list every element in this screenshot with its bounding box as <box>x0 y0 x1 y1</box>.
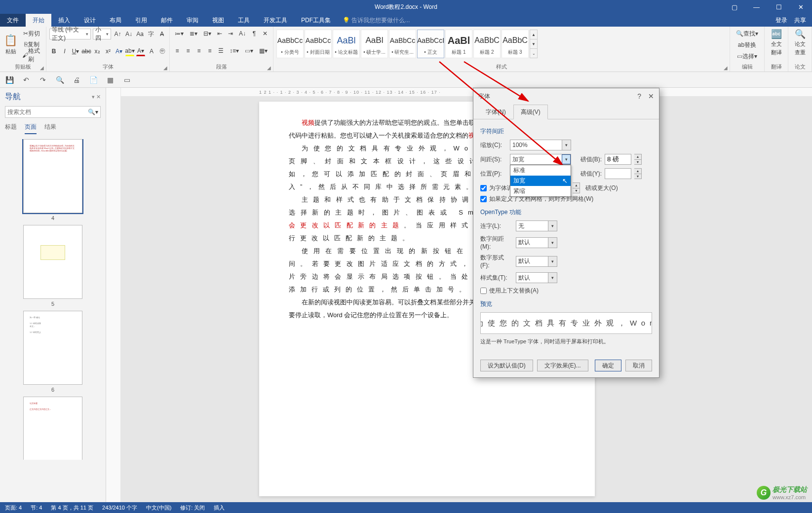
ribbon-options-icon[interactable]: ▢ <box>723 0 745 14</box>
tab-references[interactable]: 引用 <box>128 14 154 27</box>
style-item[interactable]: AaBl标题 1 <box>445 30 472 58</box>
close-button[interactable]: ✕ <box>790 0 812 14</box>
format-painter-button[interactable]: 🖌 格式刷 <box>20 50 43 60</box>
status-track[interactable]: 修订: 关闭 <box>180 504 205 512</box>
nav-tab-results[interactable]: 结果 <box>44 123 56 134</box>
shrink-font-icon[interactable]: A↓ <box>124 29 133 39</box>
clipboard-launcher-icon[interactable]: ◢ <box>40 65 44 71</box>
qat-icon[interactable]: 🖨 <box>71 74 82 85</box>
numbering-icon[interactable]: ≣▾ <box>188 29 199 38</box>
tab-file[interactable]: 文件 <box>0 14 26 27</box>
spacing-select[interactable]: 加宽▾ <box>510 154 571 165</box>
spin-down-icon[interactable]: ▼ <box>634 174 641 179</box>
nav-search[interactable]: 🔍▾ <box>5 106 101 118</box>
dialog-tab-font[interactable]: 字体(N) <box>478 105 513 119</box>
styleset-select[interactable]: 默认▾ <box>516 272 557 283</box>
style-item[interactable]: AaBbCc• 研究生... <box>389 30 416 58</box>
tab-developer[interactable]: 开发工具 <box>257 14 294 27</box>
status-language[interactable]: 中文(中国) <box>146 504 171 512</box>
spin-up-icon[interactable]: ▲ <box>634 154 641 160</box>
multilevel-icon[interactable]: ⊟▾ <box>201 29 213 38</box>
kerning-spin[interactable]: ▲▼ <box>573 183 580 193</box>
style-gallery[interactable]: AaBbCc• 分类号 AaBbCc• 封面日期 AaBl• 论文标题 AaBl… <box>276 29 727 58</box>
style-item[interactable]: AaBl• 论文标题 <box>333 30 360 58</box>
style-item[interactable]: AaBbCc• 封面日期 <box>305 30 332 58</box>
text-effects-button[interactable]: 文字效果(E)... <box>537 360 588 371</box>
paper-check-button[interactable]: 🔍 论文查重 <box>791 29 809 56</box>
paste-button[interactable]: 📋 粘贴 <box>3 29 18 60</box>
style-item[interactable]: AaBbCc• 分类号 <box>276 30 304 58</box>
tab-view[interactable]: 视图 <box>205 14 231 27</box>
dropdown-option-expanded[interactable]: 加宽↖ <box>510 176 571 186</box>
enclose-char-icon[interactable]: ㊥ <box>158 46 167 56</box>
dropdown-option-standard[interactable]: 标准 <box>510 165 571 176</box>
ligatures-select[interactable]: 无▾ <box>516 220 557 231</box>
minimize-button[interactable]: — <box>745 0 768 14</box>
style-item[interactable]: AaBbC标题 3 <box>502 30 529 58</box>
cut-button[interactable]: ✂ 剪切 <box>20 29 43 38</box>
font-color-icon[interactable]: A▾ <box>136 46 145 56</box>
status-insert[interactable]: 插入 <box>214 504 225 512</box>
decrease-indent-icon[interactable]: ⇤ <box>215 29 224 38</box>
save-icon[interactable]: 💾 <box>4 74 15 85</box>
tab-pdf[interactable]: PDF工具集 <box>294 14 338 27</box>
qat-icon[interactable]: 📄 <box>88 74 99 85</box>
distribute-icon[interactable]: ☰ <box>216 46 226 56</box>
numspace-select[interactable]: 默认▾ <box>516 237 557 248</box>
print-preview-icon[interactable]: 🔍 <box>54 74 65 85</box>
nav-search-input[interactable] <box>7 109 88 115</box>
bold-button[interactable]: B <box>49 46 58 56</box>
clear-format-icon[interactable]: A̶ <box>157 29 166 39</box>
page-thumbnail[interactable]: 论文标题正文内容正文内容正文... <box>23 397 82 460</box>
font-size-select[interactable]: 小四▾ <box>93 29 111 39</box>
share-button[interactable]: 共享 <box>794 16 806 25</box>
status-section[interactable]: 节: 4 <box>31 504 42 512</box>
text-direction-icon[interactable]: ✕ <box>261 29 270 38</box>
style-item[interactable]: AaBl• 硕士学... <box>361 30 388 58</box>
line-spacing-icon[interactable]: ↕≡▾ <box>228 46 241 56</box>
select-button[interactable]: ▭ 选择▾ <box>733 51 761 61</box>
spin-down-icon[interactable]: ▼ <box>634 160 641 165</box>
subscript-button[interactable]: x₂ <box>93 46 102 56</box>
status-page[interactable]: 页面: 4 <box>5 504 22 512</box>
align-left-icon[interactable]: ≡ <box>173 46 182 56</box>
strike-button[interactable]: abc <box>82 46 91 56</box>
spacing-by-spin[interactable]: ▲▼ <box>634 154 642 165</box>
sort-icon[interactable]: A↓ <box>237 29 248 38</box>
superscript-button[interactable]: x² <box>104 46 113 56</box>
find-button[interactable]: 🔍 查找▾ <box>733 29 761 38</box>
dialog-help-icon[interactable]: ? <box>637 92 641 100</box>
tab-review[interactable]: 审阅 <box>180 14 205 27</box>
char-shading-icon[interactable]: A <box>147 46 156 56</box>
text-effects-icon[interactable]: A▾ <box>115 46 123 56</box>
undo-icon[interactable]: ↶ <box>21 74 32 85</box>
font-launcher-icon[interactable]: ◢ <box>163 65 167 71</box>
paragraph-launcher-icon[interactable]: ◢ <box>267 65 271 71</box>
align-center-icon[interactable]: ≡ <box>184 46 193 56</box>
font-name-select[interactable]: 等线 (中文正文)▾ <box>49 29 91 39</box>
position-by-input[interactable] <box>605 168 631 179</box>
bullets-icon[interactable]: ≔▾ <box>173 29 186 38</box>
style-scroll-down-icon[interactable]: ▼ <box>530 39 537 49</box>
nav-tab-pages[interactable]: 页面 <box>25 123 37 134</box>
status-words[interactable]: 243/2410 个字 <box>102 504 137 512</box>
borders-icon[interactable]: ▦▾ <box>257 46 270 56</box>
ok-button[interactable]: 确定 <box>595 360 621 371</box>
tab-tools[interactable]: 工具 <box>231 14 257 27</box>
tab-layout[interactable]: 布局 <box>103 14 128 27</box>
maximize-button[interactable]: ☐ <box>768 0 790 14</box>
snap-grid-checkbox[interactable] <box>480 196 487 202</box>
show-marks-icon[interactable]: ¶ <box>250 29 259 38</box>
qat-icon[interactable]: ▭ <box>121 74 132 85</box>
position-by-spin[interactable]: ▲▼ <box>634 168 642 179</box>
highlight-icon[interactable]: ab▾ <box>125 46 134 56</box>
style-item[interactable]: AaBbC标题 2 <box>473 30 501 58</box>
increase-indent-icon[interactable]: ⇥ <box>226 29 235 38</box>
tab-mailings[interactable]: 邮件 <box>154 14 180 27</box>
grow-font-icon[interactable]: A↑ <box>113 29 122 39</box>
underline-button[interactable]: U▾ <box>71 46 80 56</box>
spacing-by-input[interactable] <box>605 154 631 165</box>
tell-me[interactable]: 💡 告诉我您想要做什么... <box>343 16 410 25</box>
login-link[interactable]: 登录 <box>775 16 787 25</box>
change-case-icon[interactable]: Aa <box>135 29 145 39</box>
